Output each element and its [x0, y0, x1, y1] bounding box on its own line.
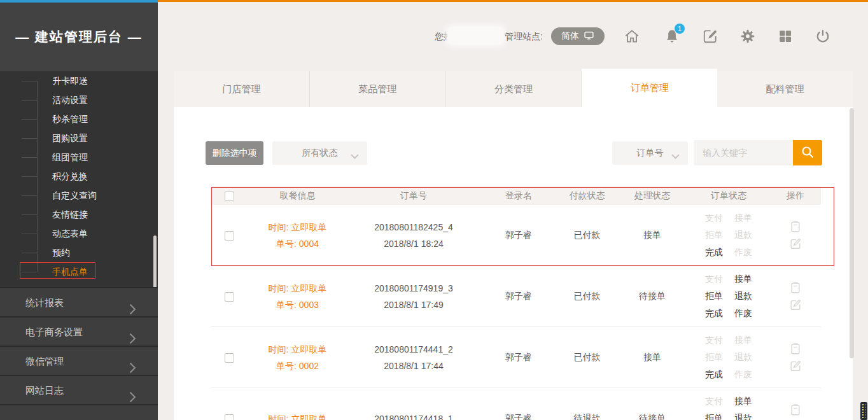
order-no: 20180801182425_4 — [347, 219, 480, 235]
power-icon[interactable] — [815, 28, 831, 45]
top-stripe-sidebar — [0, 0, 158, 3]
select-all-checkbox[interactable] — [225, 192, 234, 201]
sidebar-item-points[interactable]: 积分兑换 — [0, 167, 158, 186]
tab-ingredient-management[interactable]: 配料管理 — [717, 71, 853, 107]
notification-badge: 1 — [675, 24, 685, 34]
sidebar-item-flash-sale[interactable]: 秒杀管理 — [0, 109, 158, 129]
pickup-time: 时间: 立即取单 — [248, 219, 347, 235]
edit-order-icon[interactable] — [789, 237, 802, 250]
status-filter-select[interactable]: 所有状态 — [272, 141, 367, 165]
search-button[interactable] — [793, 140, 822, 165]
process-status: 待接单 — [617, 291, 687, 302]
status-link-complete[interactable]: 完成 — [705, 308, 723, 319]
gear-icon[interactable] — [739, 28, 756, 45]
status-link-refund[interactable]: 退款 — [734, 352, 752, 363]
edit-order-icon[interactable] — [789, 298, 802, 311]
sidebar-item-activity[interactable]: 活动设置 — [0, 90, 158, 109]
sidebar-section-label: 统计报表 — [25, 297, 64, 308]
grid-apps-icon[interactable] — [777, 28, 794, 45]
tab-category-management[interactable]: 分类管理 — [446, 71, 582, 107]
order-time: 2018/8/1 18:24 — [347, 235, 480, 252]
col-header-status: 订单状态 — [687, 190, 770, 202]
sidebar-item-dynamic-form[interactable]: 动态表单 — [0, 224, 158, 243]
copy-order-icon[interactable] — [789, 403, 802, 416]
status-link-refund[interactable]: 退款 — [734, 291, 752, 302]
order-status-links: 支付 接单 拒单 退款 完成 作废 — [687, 335, 770, 381]
delete-selected-button[interactable]: 删除选中项 — [206, 141, 263, 165]
status-link-void[interactable]: 作废 — [734, 247, 752, 258]
status-link-reject[interactable]: 拒单 — [705, 413, 723, 420]
status-link-refund[interactable]: 退款 — [734, 413, 752, 420]
language-pill-button[interactable]: 简体 — [551, 27, 605, 45]
status-link-accept[interactable]: 接单 — [734, 213, 752, 224]
pay-status: 已付款 — [557, 291, 617, 302]
app-title: — 建站管理后台 — — [0, 3, 158, 71]
page-scrollbar[interactable] — [850, 108, 854, 358]
status-link-reject[interactable]: 拒单 — [705, 291, 723, 302]
sidebar-section-wechat[interactable]: 微信管理 — [0, 347, 158, 376]
login-name: 郭子睿 — [480, 291, 557, 302]
sidebar: — 建站管理后台 — 升卡即送 活动设置 秒杀管理 团购设置 组团管理 积分兑换… — [0, 0, 158, 420]
status-link-reject[interactable]: 拒单 — [705, 352, 723, 363]
process-status: 待接单 — [617, 413, 687, 420]
copy-order-icon[interactable] — [789, 342, 802, 355]
col-header-pay: 付款状态 — [557, 190, 617, 202]
pickup-no: 单号: 0003 — [248, 297, 347, 313]
sidebar-item-reservation[interactable]: 预约 — [0, 243, 158, 262]
edit-order-icon[interactable] — [789, 360, 802, 372]
bell-icon[interactable]: 1 — [664, 28, 680, 45]
col-header-orderno: 订单号 — [347, 190, 480, 202]
status-link-void[interactable]: 作废 — [734, 369, 752, 381]
copy-order-icon[interactable] — [789, 220, 802, 233]
order-no: 20180801174441_2 — [347, 341, 480, 358]
order-time: 2018/8/1 17:44 — [347, 358, 480, 374]
status-link-pay[interactable]: 支付 — [705, 335, 723, 346]
keyword-input[interactable] — [694, 140, 793, 165]
row-checkbox[interactable] — [225, 231, 234, 241]
row-checkbox[interactable] — [225, 292, 234, 302]
sidebar-item-custom-query[interactable]: 自定义查询 — [0, 186, 158, 205]
home-icon[interactable] — [624, 28, 640, 45]
status-link-accept[interactable]: 接单 — [734, 396, 752, 407]
compose-icon[interactable] — [702, 28, 718, 45]
process-status: 接单 — [617, 352, 687, 363]
monitor-icon — [584, 30, 594, 43]
status-link-complete[interactable]: 完成 — [705, 247, 723, 258]
sidebar-section-site-log[interactable]: 网站日志 — [0, 376, 158, 405]
col-header-login: 登录名 — [480, 190, 557, 202]
login-name: 郭子睿 — [480, 413, 557, 420]
tab-order-management[interactable]: 订单管理 — [582, 69, 717, 107]
status-link-pay[interactable]: 支付 — [705, 213, 723, 224]
sidebar-section-reports[interactable]: 统计报表 — [0, 288, 158, 318]
table-row: 时间: 立即取单 单号: 0004 20180801182425_4 2018/… — [211, 205, 821, 266]
status-link-accept[interactable]: 接单 — [734, 274, 752, 285]
sidebar-item-group-buy[interactable]: 团购设置 — [0, 129, 158, 148]
table-row: 时间: 立即取单 单号: 0003 20180801174919_3 2018/… — [211, 266, 821, 327]
col-header-process: 处理状态 — [617, 190, 687, 202]
tab-dish-management[interactable]: 菜品管理 — [310, 71, 446, 107]
order-no: 20180801174418_1 — [347, 410, 480, 420]
login-name: 郭子睿 — [480, 352, 557, 363]
status-link-pay[interactable]: 支付 — [705, 274, 723, 285]
status-link-pay[interactable]: 支付 — [705, 396, 723, 407]
status-link-reject[interactable]: 拒单 — [705, 230, 723, 241]
order-status-links: 支付 接单 拒单 退款 完成 作废 — [687, 396, 770, 420]
sidebar-section-ecommerce[interactable]: 电子商务设置 — [0, 318, 158, 347]
copy-order-icon[interactable] — [789, 281, 802, 294]
row-checkbox[interactable] — [225, 414, 234, 420]
pay-status: 待退款 — [557, 413, 617, 420]
status-link-void[interactable]: 作废 — [734, 308, 752, 319]
status-link-refund[interactable]: 退款 — [734, 230, 752, 241]
tab-store-management[interactable]: 门店管理 — [174, 71, 310, 107]
pickup-time: 时间: 立即取单 — [248, 280, 347, 297]
sidebar-item-mobile-order[interactable]: 手机点单 — [0, 262, 158, 281]
sidebar-item-card-gift[interactable]: 升卡即送 — [0, 71, 158, 90]
row-checkbox[interactable] — [225, 353, 234, 363]
pickup-time: 时间: 立即取单 — [248, 410, 347, 420]
sidebar-item-group-manage[interactable]: 组团管理 — [0, 148, 158, 167]
search-field-select[interactable]: 订单号 — [612, 141, 688, 165]
col-header-ops: 操作 — [770, 190, 821, 202]
sidebar-item-links[interactable]: 友情链接 — [0, 205, 158, 224]
status-link-complete[interactable]: 完成 — [705, 369, 723, 381]
status-link-accept[interactable]: 接单 — [734, 335, 752, 346]
